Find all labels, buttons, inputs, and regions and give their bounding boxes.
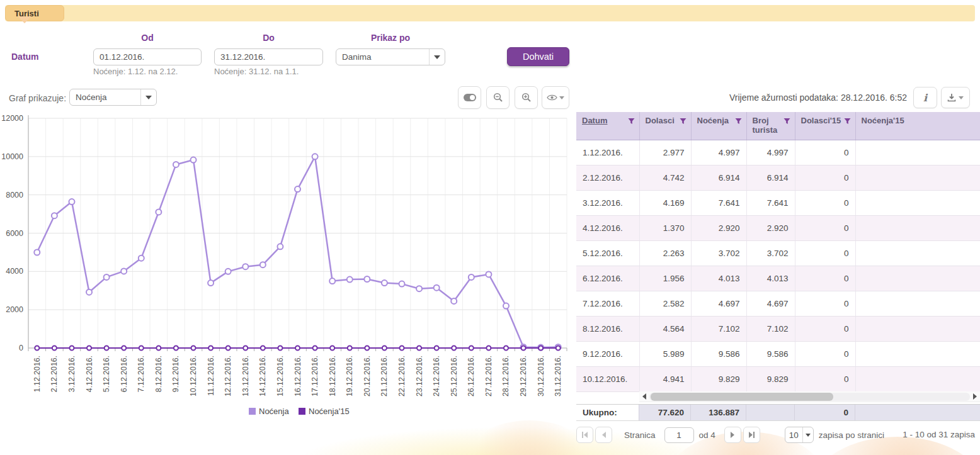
last-page-button[interactable] — [743, 427, 760, 443]
cell-value: 7.641 — [746, 190, 795, 215]
data-updated-label: Vrijeme ažurnosti podataka: 28.12.2016. … — [729, 93, 907, 103]
tab-turisti[interactable]: Turisti — [5, 5, 64, 21]
next-page-button[interactable] — [724, 427, 741, 443]
cell-datum: 10.12.2016. — [576, 366, 639, 391]
page-number-input[interactable] — [664, 427, 694, 443]
scrollbar-thumb[interactable] — [651, 393, 833, 401]
module-header-bar: Turisti — [5, 5, 975, 21]
cell-value: 1.370 — [639, 215, 691, 240]
info-button[interactable]: i — [913, 87, 937, 108]
cell-value: 9.586 — [746, 341, 795, 366]
toggle-icon — [464, 94, 476, 101]
date-to-input[interactable] — [215, 49, 323, 65]
chevron-down-icon — [959, 96, 964, 99]
chevron-down-icon — [141, 89, 156, 105]
cell-value: 0 — [795, 366, 855, 391]
cell-value: 4.169 — [639, 190, 691, 215]
svg-text:1.12.2016.: 1.12.2016. — [33, 356, 42, 392]
tab-pointer — [18, 16, 31, 23]
info-icon: i — [923, 92, 927, 104]
column-header-datum[interactable]: Datum — [576, 112, 639, 140]
filter-icon[interactable] — [844, 118, 851, 125]
dohvati-button[interactable]: Dohvati — [507, 47, 569, 66]
zoom-out-icon — [493, 93, 503, 103]
column-header-no-enja-15[interactable]: Noćenja'15 — [855, 112, 980, 140]
cell-value: 1.956 — [639, 266, 691, 291]
svg-text:29.12.2016.: 29.12.2016. — [519, 356, 528, 396]
cell-datum: 7.12.2016. — [576, 291, 639, 316]
legend-item[interactable]: Noćenja — [249, 407, 289, 416]
filter-icon[interactable] — [783, 118, 790, 125]
date-from-box — [93, 48, 202, 65]
date-from-input[interactable] — [94, 49, 202, 65]
prev-page-button[interactable] — [595, 427, 612, 443]
column-header-broj-turista[interactable]: Broj turista — [746, 112, 795, 140]
record-range-label: 1 - 10 od 31 zapisa — [903, 430, 975, 439]
cell-value — [855, 366, 980, 391]
scroll-right-icon[interactable] — [970, 391, 980, 402]
svg-text:8000: 8000 — [6, 191, 23, 199]
prikaz-po-select[interactable]: Danima — [336, 48, 445, 65]
svg-text:4000: 4000 — [6, 267, 23, 276]
svg-text:Noćenja'15: Noćenja'15 — [309, 407, 350, 416]
svg-text:31.12.2016.: 31.12.2016. — [554, 356, 562, 396]
column-header-label: Dolasci'15 — [801, 116, 841, 125]
cell-value: 7.102 — [691, 316, 746, 341]
eye-icon — [547, 94, 557, 101]
cell-value: 4.742 — [639, 165, 691, 190]
svg-text:28.12.2016.: 28.12.2016. — [501, 356, 510, 396]
cell-value: 5.989 — [639, 341, 691, 366]
totals-label: Ukupno: — [576, 405, 639, 420]
totals-broj-turista — [746, 405, 795, 420]
page-size-value: 10 — [785, 427, 803, 442]
cell-value: 0 — [795, 341, 855, 366]
cell-value: 0 — [795, 316, 855, 341]
cell-datum: 8.12.2016. — [576, 316, 639, 341]
cell-value — [855, 316, 980, 341]
filter-icon[interactable] — [680, 118, 687, 125]
chart-toggle-button[interactable] — [458, 86, 481, 109]
scrollbar-track[interactable] — [649, 393, 970, 401]
page-of-label: od 4 — [699, 430, 715, 440]
visibility-menu-button[interactable] — [542, 86, 569, 109]
filter-icon[interactable] — [628, 118, 635, 125]
zoom-in-button[interactable] — [515, 86, 538, 109]
svg-text:8.12.2016.: 8.12.2016. — [154, 356, 163, 392]
table-row: 2.12.2016.4.7426.9146.9140 — [576, 165, 980, 190]
legend-item[interactable]: Noćenja'15 — [299, 407, 350, 416]
column-header-dolasci[interactable]: Dolasci — [639, 112, 691, 140]
page-size-select[interactable]: 10 — [785, 427, 814, 443]
cell-value: 2.977 — [639, 140, 691, 165]
cell-value: 4.941 — [639, 366, 691, 391]
cell-value — [855, 266, 980, 291]
svg-text:6000: 6000 — [6, 229, 23, 238]
scroll-left-icon[interactable] — [639, 391, 649, 402]
date-to-box — [214, 48, 323, 65]
svg-text:21.12.2016.: 21.12.2016. — [380, 356, 389, 396]
cell-value: 0 — [795, 291, 855, 316]
cell-value: 4.697 — [691, 291, 746, 316]
export-button[interactable] — [941, 87, 970, 108]
svg-text:7.12.2016.: 7.12.2016. — [137, 356, 145, 392]
svg-text:30.12.2016.: 30.12.2016. — [537, 356, 545, 396]
table-row: 8.12.2016.4.5647.1027.1020 — [576, 316, 980, 341]
svg-text:12000: 12000 — [1, 115, 23, 123]
horizontal-scrollbar[interactable] — [639, 391, 980, 402]
zoom-out-button[interactable] — [486, 86, 510, 109]
column-header-dolasci-15[interactable]: Dolasci'15 — [795, 112, 855, 140]
svg-text:25.12.2016.: 25.12.2016. — [450, 356, 459, 396]
line-chart: 0200040006000800010000120001.12.2016.2.1… — [0, 115, 573, 429]
svg-text:2.12.2016.: 2.12.2016. — [50, 356, 59, 392]
graf-prikazuje-select[interactable]: Noćenja — [69, 89, 157, 106]
first-page-button[interactable] — [576, 427, 593, 443]
svg-text:12.12.2016.: 12.12.2016. — [224, 356, 232, 396]
svg-text:3.12.2016.: 3.12.2016. — [67, 356, 76, 392]
filter-icon[interactable] — [735, 118, 742, 125]
column-header-no-enja[interactable]: Noćenja — [691, 112, 746, 140]
cell-value — [855, 291, 980, 316]
cell-value: 9.829 — [746, 366, 795, 391]
svg-text:13.12.2016.: 13.12.2016. — [241, 356, 250, 396]
data-table: DatumDolasciNoćenjaBroj turistaDolasci'1… — [576, 112, 980, 392]
cell-value: 4.564 — [639, 316, 691, 341]
do-label: Do — [214, 33, 323, 43]
